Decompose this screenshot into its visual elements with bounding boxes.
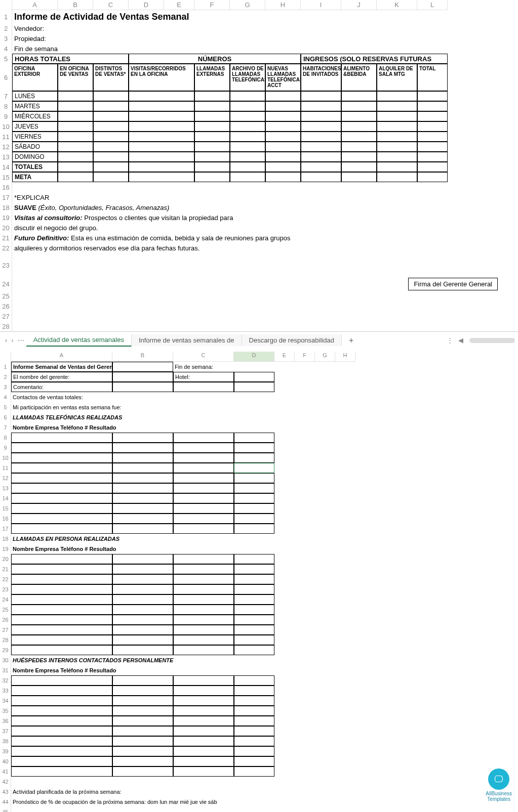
cell[interactable] [173,615,234,625]
cell[interactable] [341,142,377,152]
cell[interactable] [194,132,230,142]
cell[interactable] [11,433,112,443]
cell[interactable] [194,142,230,152]
cell[interactable] [173,503,234,514]
s2-title[interactable]: Informe Semanal de Ventas del Gerente Ge… [11,362,112,372]
cell[interactable] [11,645,112,655]
th-alimento-bebida[interactable]: ALIMENTO &BEBIDA [341,64,377,91]
row2-header-43[interactable]: 43 [0,787,11,797]
section-horas-totales[interactable]: HORAS TOTALES [12,54,129,64]
cell[interactable] [173,493,234,503]
row-header-25[interactable]: 25 [0,291,12,301]
cell[interactable] [11,716,112,726]
row2-header-26[interactable]: 26 [0,615,11,625]
cell[interactable] [234,645,274,655]
cell[interactable] [377,111,417,121]
cell[interactable] [129,152,194,162]
cell[interactable] [234,493,274,503]
cell[interactable] [230,111,265,121]
cell[interactable] [417,152,448,162]
row-header-24[interactable]: 24 [0,277,12,291]
row2-header-30[interactable]: 30 [0,655,11,665]
cell[interactable] [173,473,234,483]
cell[interactable] [173,524,234,534]
cell[interactable] [234,514,274,524]
page-title[interactable]: Informe de Actividad de Ventas Semanal [12,10,518,23]
cell[interactable] [112,635,173,645]
cell[interactable] [234,453,274,463]
cell[interactable] [230,121,265,132]
row2-header-3[interactable]: 3 [0,382,11,392]
row-header-16[interactable]: 16 [0,182,12,192]
tab-menu-icon[interactable]: ⋯ [16,336,26,344]
row2-header-35[interactable]: 35 [0,706,11,716]
cell[interactable] [112,503,173,514]
cell[interactable] [11,686,112,696]
label-propiedad[interactable]: Propiedad: [12,33,518,44]
cell[interactable] [112,675,173,686]
cell[interactable] [234,372,274,382]
cell[interactable] [11,736,112,746]
row2-header-6[interactable]: 6 [0,412,11,422]
th-oficina-exterior[interactable]: OFICINA EXTERIOR [12,64,58,91]
cell[interactable] [129,162,194,172]
row2-header-5[interactable]: 5 [0,402,11,412]
row-meta[interactable]: META [12,172,58,182]
cell[interactable] [173,726,234,736]
cell[interactable] [112,473,173,483]
cell[interactable] [11,554,112,564]
cell[interactable] [230,91,265,101]
col2-F[interactable]: F [295,352,315,362]
cell[interactable] [112,756,173,766]
s2-participacion[interactable]: Mi participación en ventas esta semana f… [11,402,518,412]
row2-header-31[interactable]: 31 [0,665,11,675]
blank-cell[interactable] [112,392,518,402]
cell[interactable] [11,463,112,473]
cell[interactable] [341,111,377,121]
cell[interactable] [11,696,112,706]
row2-header-8[interactable]: 8 [0,433,11,443]
s2-hotel[interactable]: Hotel: [173,372,234,382]
cell[interactable] [194,101,230,111]
s2-pronostico[interactable]: Pronóstico de % de ocupación de la próxi… [11,797,518,807]
cell[interactable] [112,524,173,534]
row2-header-38[interactable]: 38 [0,736,11,746]
cell[interactable] [234,443,274,453]
cell[interactable] [112,686,173,696]
cell[interactable] [417,162,448,172]
cell[interactable] [341,162,377,172]
cell[interactable] [194,111,230,121]
row-header-12[interactable]: 12 [0,142,12,152]
cell[interactable] [11,483,112,493]
cell[interactable] [265,121,301,132]
cell[interactable] [112,372,173,382]
row2-header-22[interactable]: 22 [0,574,11,584]
cell[interactable] [11,584,112,594]
cell[interactable] [93,152,129,162]
cell[interactable] [112,564,173,574]
cell[interactable] [234,615,274,625]
cell[interactable] [341,91,377,101]
cell[interactable] [301,121,341,132]
cell[interactable] [194,121,230,132]
blank-cell[interactable] [12,291,518,301]
cell[interactable] [173,433,234,443]
row2-header-17[interactable]: 17 [0,524,11,534]
row2-header-34[interactable]: 34 [0,696,11,706]
row-header-17[interactable]: 17 [0,192,12,202]
cell[interactable] [234,625,274,635]
cell[interactable] [11,756,112,766]
cell[interactable] [112,514,173,524]
cell[interactable] [129,172,194,182]
cell[interactable] [301,91,341,101]
cell[interactable] [112,605,173,615]
cell[interactable] [341,172,377,182]
row-totales[interactable]: TOTALES [12,162,58,172]
cell[interactable] [11,625,112,635]
row-header-11[interactable]: 11 [0,132,12,142]
cell[interactable] [112,453,173,463]
col2-C[interactable]: C [173,352,234,362]
cell[interactable] [129,132,194,142]
cell[interactable] [265,152,301,162]
cell[interactable] [11,574,112,584]
